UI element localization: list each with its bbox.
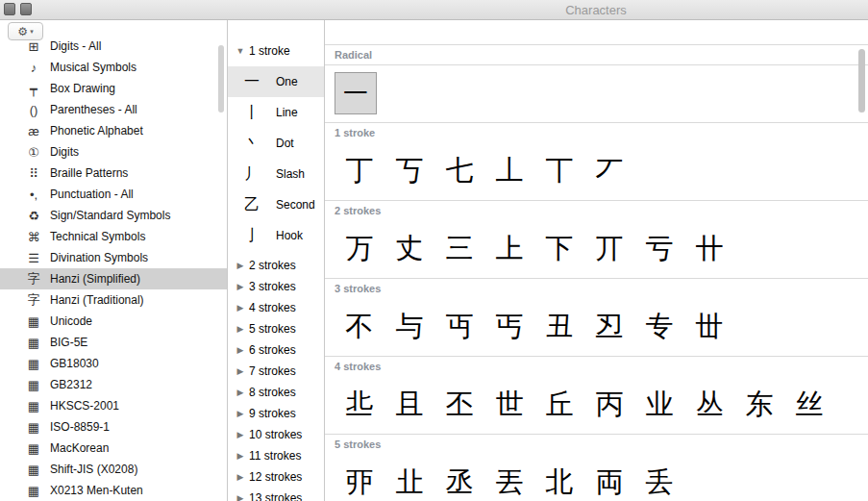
stroke-group-3-strokes[interactable]: ▶ 3 strokes [228, 276, 324, 297]
character-cell[interactable]: 丂 [384, 152, 434, 190]
stroke-group-8-strokes[interactable]: ▶ 8 strokes [228, 382, 324, 403]
character-cell[interactable]: 㐀 [384, 463, 434, 501]
sidebar-scrollbar-thumb[interactable] [218, 45, 224, 113]
character-cell[interactable]: 丟 [484, 463, 534, 501]
disclosure-triangle-closed-icon[interactable]: ▶ [236, 261, 245, 270]
character-cell[interactable]: 丏 [434, 308, 484, 346]
sidebar-item-punctuation-all[interactable]: •, Punctuation - All [0, 184, 227, 205]
character-cell[interactable]: 丢 [634, 463, 684, 501]
character-cell[interactable]: 专 [634, 308, 684, 346]
sidebar-item-hanzi-traditional[interactable]: 字 Hanzi (Traditional) [0, 289, 227, 311]
character-cell[interactable]: 亏 [634, 230, 684, 268]
sidebar-item-phonetic-alphabet[interactable]: æ Phonetic Alphabet [0, 120, 227, 141]
stroke-group-12-strokes[interactable]: ▶ 12 strokes [228, 466, 324, 488]
disclosure-triangle-closed-icon[interactable]: ▶ [236, 451, 245, 461]
disclosure-triangle-closed-icon[interactable]: ▶ [236, 366, 245, 376]
character-cell[interactable]: 丣 [335, 463, 384, 501]
character-cell[interactable]: 三 [434, 230, 484, 268]
character-cell[interactable]: 丑 [534, 308, 584, 346]
stroke-group-11-strokes[interactable]: ▶ 11 strokes [228, 445, 324, 466]
sidebar-item-x0213-men-kuten[interactable]: ▦ X0213 Men-Kuten [0, 480, 227, 501]
radical-item-slash[interactable]: 丿 Slash [228, 159, 324, 189]
character-cell[interactable]: 七 [434, 152, 484, 190]
character-cell[interactable]: 丕 [434, 386, 484, 424]
sidebar-item-divination-symbols[interactable]: ☰ Divination Symbols [0, 247, 227, 268]
disclosure-triangle-closed-icon[interactable]: ▶ [236, 282, 245, 291]
character-cell[interactable]: 丌 [584, 230, 634, 268]
sidebar-item-gb2312[interactable]: ▦ GB2312 [0, 374, 227, 395]
sidebar-item-musical-symbols[interactable]: ♪ Musical Symbols [0, 57, 227, 78]
disclosure-triangle-closed-icon[interactable]: ▶ [236, 345, 245, 355]
character-cell[interactable]: 丆 [584, 152, 634, 190]
character-cell[interactable]: 万 [335, 230, 384, 268]
sidebar-item-box-drawing[interactable]: ┯ Box Drawing [0, 78, 227, 99]
sidebar-item-gb18030[interactable]: ▦ GB18030 [0, 353, 227, 374]
sidebar-item-shift-jis-x0208[interactable]: ▦ Shift-JIS (X0208) [0, 459, 227, 480]
disclosure-triangle-closed-icon[interactable]: ▶ [236, 430, 245, 439]
radical-item-second[interactable]: 乙 Second [228, 189, 324, 220]
character-cell[interactable]: 上 [484, 230, 534, 268]
radical-item-hook[interactable]: 亅 Hook [228, 220, 324, 251]
radical-item-line[interactable]: 丨 Line [228, 97, 324, 128]
character-cell[interactable]: 丄 [484, 152, 534, 190]
titlebar-icon-b[interactable] [20, 3, 32, 15]
character-cell[interactable]: 卄 [684, 230, 734, 268]
character-cell[interactable]: 不 [335, 308, 384, 346]
sidebar-item-big-5e[interactable]: ▦ BIG-5E [0, 332, 227, 353]
sidebar-item-unicode[interactable]: ▦ Unicode [0, 311, 227, 332]
sidebar-item-technical-symbols[interactable]: ⌘ Technical Symbols [0, 226, 227, 247]
disclosure-triangle-closed-icon[interactable]: ▶ [236, 472, 245, 482]
character-cell[interactable]: 丞 [434, 463, 484, 501]
disclosure-triangle-closed-icon[interactable]: ▶ [236, 493, 245, 501]
sidebar-item-braille-patterns[interactable]: ⠿ Braille Patterns [0, 163, 227, 184]
stroke-group-5-strokes[interactable]: ▶ 5 strokes [228, 318, 324, 339]
character-cell[interactable]: 丙 [584, 386, 634, 424]
character-cell[interactable]: 与 [384, 308, 434, 346]
character-cell[interactable]: 丠 [335, 386, 384, 424]
disclosure-triangle-closed-icon[interactable]: ▶ [236, 409, 245, 418]
sidebar-item-hanzi-simplified[interactable]: 字 Hanzi (Simplified) [0, 268, 227, 289]
stroke-group-7-strokes[interactable]: ▶ 7 strokes [228, 361, 324, 382]
character-cell[interactable]: 丒 [584, 308, 634, 346]
sidebar-item-digits[interactable]: ① Digits [0, 141, 227, 163]
character-cell[interactable]: 且 [384, 386, 434, 424]
character-cell[interactable]: 両 [584, 463, 634, 501]
disclosure-triangle-open-icon[interactable]: ▼ [236, 46, 245, 56]
stroke-group-6-strokes[interactable]: ▶ 6 strokes [228, 339, 324, 361]
section-header: 4 strokes [325, 356, 868, 376]
disclosure-triangle-closed-icon[interactable]: ▶ [236, 324, 245, 334]
sidebar-item-hkscs-2001[interactable]: ▦ HKSCS-2001 [0, 395, 227, 416]
selected-radical-cell[interactable]: 一 [335, 72, 377, 114]
character-cell[interactable]: 北 [534, 463, 584, 501]
character-cell[interactable]: 业 [634, 386, 684, 424]
disclosure-triangle-closed-icon[interactable]: ▶ [236, 303, 245, 313]
radical-item-dot[interactable]: 丶 Dot [228, 128, 324, 159]
disclosure-triangle-closed-icon[interactable]: ▶ [236, 388, 245, 397]
character-cell[interactable]: 丐 [484, 308, 534, 346]
character-cell[interactable]: 丗 [684, 308, 734, 346]
character-cell[interactable]: 世 [484, 386, 534, 424]
titlebar-icon-a[interactable] [4, 3, 15, 15]
character-cell[interactable]: 丅 [534, 152, 584, 190]
character-cell[interactable]: 东 [734, 386, 784, 424]
grid-scrollbar-thumb[interactable] [858, 49, 865, 113]
stroke-group-1-stroke[interactable]: ▼ 1 stroke [228, 41, 324, 61]
radical-item-one[interactable]: 一 One [228, 66, 324, 97]
sidebar-item-iso-8859-1[interactable]: ▦ ISO-8859-1 [0, 416, 227, 438]
stroke-group-13-strokes[interactable]: ▶ 13 strokes [228, 488, 324, 501]
action-menu-button[interactable]: ⚙ ▾ [8, 22, 43, 40]
character-cell[interactable]: 丘 [534, 386, 584, 424]
stroke-group-10-strokes[interactable]: ▶ 10 strokes [228, 424, 324, 445]
character-cell[interactable]: 丁 [335, 152, 384, 190]
sidebar-item-mackorean[interactable]: ▦ MacKorean [0, 438, 227, 459]
character-cell[interactable]: 丝 [784, 386, 834, 424]
sidebar-item-parentheses-all[interactable]: () Parentheses - All [0, 99, 227, 120]
stroke-group-2-strokes[interactable]: ▶ 2 strokes [228, 255, 324, 276]
sidebar-item-sign-standard-symbols[interactable]: ♻ Sign/Standard Symbols [0, 205, 227, 226]
stroke-group-4-strokes[interactable]: ▶ 4 strokes [228, 297, 324, 318]
encoding-grid-icon: ▦ [25, 378, 42, 392]
character-cell[interactable]: 下 [534, 230, 584, 268]
character-cell[interactable]: 丛 [684, 386, 734, 424]
character-cell[interactable]: 丈 [384, 230, 434, 268]
stroke-group-9-strokes[interactable]: ▶ 9 strokes [228, 403, 324, 424]
